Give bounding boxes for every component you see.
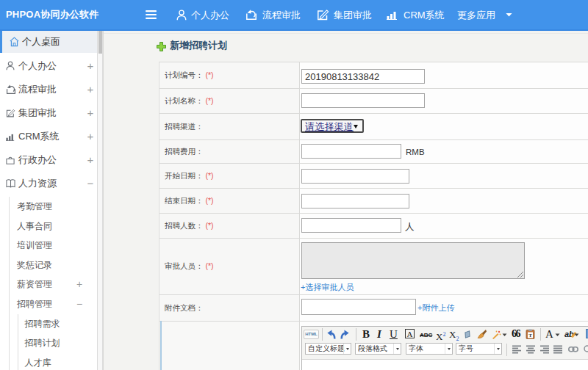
svg-text:T: T bbox=[528, 333, 532, 338]
